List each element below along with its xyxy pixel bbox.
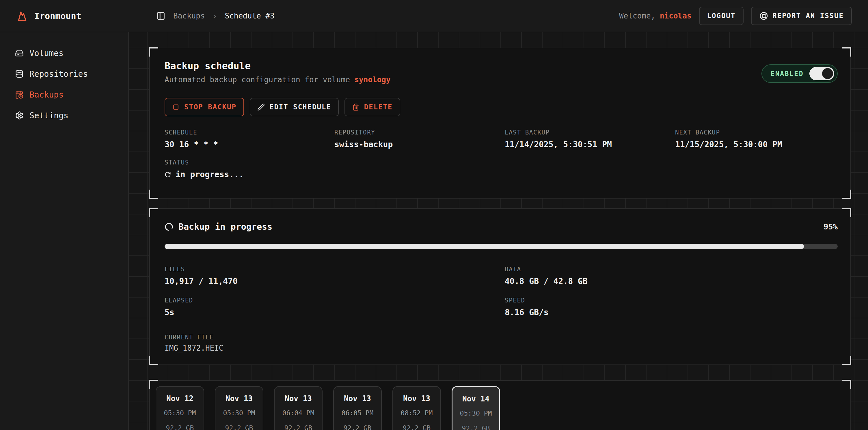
current-file-value: IMG_1872.HEIC xyxy=(164,344,838,352)
sidebar-item-label: Volumes xyxy=(29,48,64,58)
progress-stats: FILES 10,917 / 11,470 DATA 40.8 GB / 42.… xyxy=(164,266,838,318)
current-file-label: CURRENT FILE xyxy=(164,334,838,341)
detail-value: swiss-backup xyxy=(334,139,505,150)
detail-repository: REPOSITORY swiss-backup xyxy=(334,129,505,150)
calendar-clock-icon xyxy=(15,90,24,99)
report-issue-button[interactable]: REPORT AN ISSUE xyxy=(751,7,852,25)
stat-label: ELAPSED xyxy=(164,297,505,304)
detail-next-backup: NEXT BACKUP 11/15/2025, 5:30:00 PM xyxy=(675,129,838,150)
stat-value: 5s xyxy=(164,307,505,318)
card-subtitle: Automated backup configuration for volum… xyxy=(164,75,391,85)
sidebar-item-label: Backups xyxy=(29,90,64,100)
snapshot-date: Nov 13 xyxy=(215,394,263,403)
logout-label: LOGOUT xyxy=(707,12,736,20)
enabled-toggle[interactable]: ENABLED xyxy=(762,64,838,83)
backup-history-card: Nov 12 05:30 PM 92.2 GB Nov 13 05:30 PM … xyxy=(149,380,851,430)
enabled-label: ENABLED xyxy=(771,70,804,77)
stat-value: 40.8 GB / 42.8 GB xyxy=(505,276,838,287)
detail-value: 30 16 * * * xyxy=(164,139,334,150)
sidebar-item-backups[interactable]: Backups xyxy=(0,84,128,105)
gear-icon xyxy=(15,111,24,120)
schedule-card-heading: Backup schedule Automated backup configu… xyxy=(164,60,391,85)
spinner-arc-icon xyxy=(164,223,173,231)
current-file-block: CURRENT FILE IMG_1872.HEIC xyxy=(164,334,838,352)
backup-schedule-card: Backup schedule Automated backup configu… xyxy=(149,47,851,199)
stat-label: SPEED xyxy=(505,297,838,304)
snapshot-date: Nov 13 xyxy=(393,394,440,403)
header-actions: Welcome, nicolas LOGOUT REPORT AN ISSUE xyxy=(619,7,852,25)
snapshot-chip-selected[interactable]: Nov 14 05:30 PM 92.2 GB xyxy=(452,386,500,430)
corner-bracket xyxy=(149,356,158,365)
database-icon xyxy=(15,70,24,78)
corner-bracket xyxy=(149,190,158,199)
app-title: Ironmount xyxy=(34,11,82,21)
stop-square-icon xyxy=(172,103,180,111)
corner-bracket xyxy=(842,208,851,217)
toggle-knob xyxy=(822,68,833,79)
brand: Ironmount xyxy=(16,9,82,22)
top-bar: Ironmount Backups › Schedule #3 Welcome,… xyxy=(0,0,868,32)
detail-label: REPOSITORY xyxy=(334,129,505,136)
corner-bracket xyxy=(842,380,851,389)
snapshot-time: 06:04 PM xyxy=(275,409,322,417)
detail-last-backup: LAST BACKUP 11/14/2025, 5:30:51 PM xyxy=(505,129,675,150)
detail-label: NEXT BACKUP xyxy=(675,129,838,136)
sidebar: Volumes Repositories Backups xyxy=(0,32,129,430)
snapshot-size: 92.2 GB xyxy=(215,424,263,430)
mountain-logo-icon xyxy=(16,9,29,22)
sidebar-item-settings[interactable]: Settings xyxy=(0,105,128,126)
sidebar-item-volumes[interactable]: Volumes xyxy=(0,43,128,64)
rotate-icon xyxy=(164,171,171,178)
snapshot-chip[interactable]: Nov 13 06:05 PM 92.2 GB xyxy=(333,386,382,430)
snapshot-time: 05:30 PM xyxy=(215,409,263,417)
delete-button[interactable]: DELETE xyxy=(344,98,400,116)
detail-label: SCHEDULE xyxy=(164,129,334,136)
breadcrumb-separator: › xyxy=(213,11,217,21)
snapshot-chip[interactable]: Nov 13 08:52 PM 92.2 GB xyxy=(393,386,441,430)
snapshot-chip[interactable]: Nov 13 06:04 PM 92.2 GB xyxy=(274,386,322,430)
progress-fill xyxy=(164,244,804,249)
snapshot-chip[interactable]: Nov 13 05:30 PM 92.2 GB xyxy=(215,386,264,430)
breadcrumb: Backups › Schedule #3 xyxy=(156,11,275,21)
logout-button[interactable]: LOGOUT xyxy=(699,7,744,25)
detail-label: LAST BACKUP xyxy=(505,129,675,136)
snapshot-date: Nov 13 xyxy=(334,394,381,403)
snapshot-chip[interactable]: Nov 12 05:30 PM 92.2 GB xyxy=(156,386,204,430)
breadcrumb-section[interactable]: Backups xyxy=(173,11,205,20)
toggle-switch[interactable] xyxy=(809,67,834,80)
snapshot-time: 05:30 PM xyxy=(156,409,204,417)
status-label: STATUS xyxy=(164,159,838,166)
snapshot-list: Nov 12 05:30 PM 92.2 GB Nov 13 05:30 PM … xyxy=(156,386,845,430)
breadcrumb-current: Schedule #3 xyxy=(225,11,274,20)
snapshot-date: Nov 14 xyxy=(453,395,499,403)
status-value: in progress... xyxy=(164,169,838,180)
snapshot-size: 92.2 GB xyxy=(275,424,322,430)
snapshot-size: 92.2 GB xyxy=(453,425,499,430)
corner-bracket xyxy=(149,208,158,217)
stat-label: FILES xyxy=(164,266,505,273)
detail-schedule: SCHEDULE 30 16 * * * xyxy=(164,129,334,150)
pencil-icon xyxy=(257,103,265,111)
stat-data: DATA 40.8 GB / 42.8 GB xyxy=(505,266,838,287)
status-block: STATUS in progress... xyxy=(164,159,838,180)
sidebar-item-repositories[interactable]: Repositories xyxy=(0,64,128,84)
edit-schedule-button[interactable]: EDIT SCHEDULE xyxy=(250,98,339,116)
snapshot-time: 05:30 PM xyxy=(453,409,499,417)
volume-name: synology xyxy=(354,75,391,84)
hard-drive-icon xyxy=(15,49,24,58)
stop-backup-button[interactable]: STOP BACKUP xyxy=(164,98,244,116)
detail-value: 11/15/2025, 5:30:00 PM xyxy=(675,139,838,150)
schedule-actions: STOP BACKUP EDIT SCHEDULE xyxy=(164,98,838,116)
edit-schedule-label: EDIT SCHEDULE xyxy=(270,103,331,111)
main-content: Backup schedule Automated backup configu… xyxy=(129,32,868,430)
subtitle-text: Automated backup configuration for volum… xyxy=(164,75,354,84)
username: nicolas xyxy=(660,11,691,20)
schedule-details: SCHEDULE 30 16 * * * REPOSITORY swiss-ba… xyxy=(164,129,838,150)
corner-bracket xyxy=(842,356,851,365)
snapshot-time: 08:52 PM xyxy=(393,409,440,417)
snapshot-date: Nov 13 xyxy=(275,394,322,403)
lifebuoy-icon xyxy=(759,11,768,21)
panel-left-icon[interactable] xyxy=(156,11,166,21)
snapshot-date: Nov 12 xyxy=(156,394,204,403)
snapshot-time: 06:05 PM xyxy=(334,409,381,417)
